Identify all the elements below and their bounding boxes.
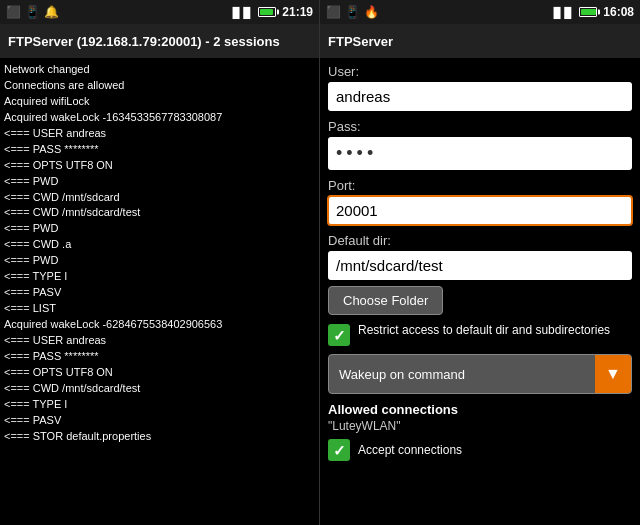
- accept-label: Accept connections: [358, 443, 462, 457]
- restrict-label: Restrict access to default dir and subdi…: [358, 323, 610, 339]
- log-line: <=== USER andreas: [4, 333, 315, 349]
- left-status-icons-right: ▐▌█ 21:19: [229, 5, 313, 19]
- restrict-checkbox[interactable]: ✓: [328, 324, 350, 346]
- log-line: <=== CWD /mnt/sdcard: [4, 190, 315, 206]
- notification-icon: 🔔: [44, 5, 59, 19]
- log-line: <=== LIST: [4, 301, 315, 317]
- allowed-ssid: "LuteyWLAN": [328, 419, 632, 433]
- pass-dots: ••••: [336, 143, 377, 163]
- time-left: 21:19: [282, 5, 313, 19]
- wakeup-dropdown[interactable]: Wakeup on command ▼: [328, 354, 632, 394]
- left-panel: ⬛ 📱 🔔 ▐▌█ 21:19 FTPServer (192.168.1.79:…: [0, 0, 320, 525]
- right-status-bar: ⬛ 📱 🔥 ▐▌█ 16:08: [320, 0, 640, 24]
- log-line: <=== OPTS UTF8 ON: [4, 365, 315, 381]
- choose-folder-button[interactable]: Choose Folder: [328, 286, 443, 315]
- log-area: Network changed Connections are allowed …: [0, 58, 319, 525]
- log-line: <=== PASS ********: [4, 349, 315, 365]
- accept-connections-row: ✓ Accept connections: [328, 439, 632, 461]
- storage-icon: 📱: [25, 5, 40, 19]
- log-line: Connections are allowed: [4, 78, 315, 94]
- form-area: User: Pass: •••• Port: Default dir: Choo…: [320, 58, 640, 525]
- port-input[interactable]: [328, 196, 632, 225]
- accept-checkmark-icon: ✓: [333, 443, 346, 458]
- log-line: <=== TYPE I: [4, 397, 315, 413]
- left-title-bar: FTPServer (192.168.1.79:20001) - 2 sessi…: [0, 24, 319, 58]
- allowed-connections-section: Allowed connections "LuteyWLAN" ✓ Accept…: [328, 402, 632, 461]
- log-line: <=== CWD /mnt/sdcard/test: [4, 205, 315, 221]
- right-title: FTPServer: [328, 34, 393, 49]
- log-line: <=== TYPE I: [4, 269, 315, 285]
- log-line: <=== PASV: [4, 413, 315, 429]
- log-line: <=== PASS ********: [4, 142, 315, 158]
- wakeup-label: Wakeup on command: [329, 359, 595, 390]
- usb-icon: ⬛: [6, 5, 21, 19]
- default-dir-input[interactable]: [328, 251, 632, 280]
- restrict-access-row: ✓ Restrict access to default dir and sub…: [328, 323, 632, 346]
- checkmark-icon: ✓: [333, 328, 346, 343]
- pass-label: Pass:: [328, 119, 632, 134]
- log-line: <=== PWD: [4, 221, 315, 237]
- log-line: Acquired wakeLock -6284675538402906563: [4, 317, 315, 333]
- port-label: Port:: [328, 178, 632, 193]
- right-status-icons-right: ▐▌█ 16:08: [550, 5, 634, 19]
- storage2-icon: ⬛: [326, 5, 341, 19]
- right-panel: ⬛ 📱 🔥 ▐▌█ 16:08 FTPServer User: Pass: ••…: [320, 0, 640, 525]
- log-line: <=== PWD: [4, 253, 315, 269]
- right-status-icons-left: ⬛ 📱 🔥: [326, 5, 379, 19]
- battery-icon: [258, 7, 276, 17]
- dropdown-arrow-icon[interactable]: ▼: [595, 355, 631, 393]
- log-line: Network changed: [4, 62, 315, 78]
- allowed-connections-title: Allowed connections: [328, 402, 632, 417]
- signal2-icon: ▐▌█: [550, 7, 571, 18]
- battery2-icon: [579, 7, 597, 17]
- left-title: FTPServer (192.168.1.79:20001) - 2 sessi…: [8, 34, 280, 49]
- log-line: Acquired wakeLock -1634533567783308087: [4, 110, 315, 126]
- ftp-icon: 🔥: [364, 5, 379, 19]
- notification2-icon: 📱: [345, 5, 360, 19]
- signal-icon: ▐▌█: [229, 7, 250, 18]
- right-title-bar: FTPServer: [320, 24, 640, 58]
- log-line: <=== CWD .a: [4, 237, 315, 253]
- accept-checkbox[interactable]: ✓: [328, 439, 350, 461]
- user-label: User:: [328, 64, 632, 79]
- log-line: <=== CWD /mnt/sdcard/test: [4, 381, 315, 397]
- default-dir-label: Default dir:: [328, 233, 632, 248]
- log-line: <=== PASV: [4, 285, 315, 301]
- log-line: <=== OPTS UTF8 ON: [4, 158, 315, 174]
- left-status-bar: ⬛ 📱 🔔 ▐▌█ 21:19: [0, 0, 319, 24]
- log-line: <=== STOR default.properties: [4, 429, 315, 445]
- log-line: <=== PWD: [4, 174, 315, 190]
- time-right: 16:08: [603, 5, 634, 19]
- log-line: <=== USER andreas: [4, 126, 315, 142]
- log-line: Acquired wifiLock: [4, 94, 315, 110]
- left-status-icons-left: ⬛ 📱 🔔: [6, 5, 59, 19]
- pass-input[interactable]: ••••: [328, 137, 632, 170]
- user-input[interactable]: [328, 82, 632, 111]
